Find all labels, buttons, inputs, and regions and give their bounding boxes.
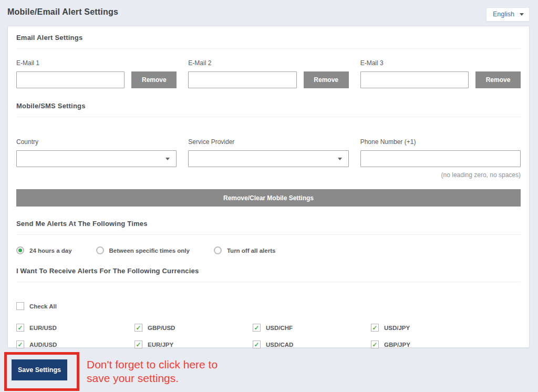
settings-panel: Email Alert Settings E-Mail 1 Remove E-M… [7, 26, 530, 348]
email-field-group-1: E-Mail 1 Remove [16, 59, 177, 88]
save-annotation-text: Don't forget to click here to save your … [87, 358, 218, 385]
checkbox-usd-cad[interactable]: USD/CAD [253, 341, 371, 348]
country-select[interactable] [16, 150, 177, 167]
email-field-group-2: E-Mail 2 Remove [188, 59, 348, 88]
checkbox-checked-icon [16, 341, 24, 348]
email-2-remove-button[interactable]: Remove [304, 71, 349, 88]
email-fields-row: E-Mail 1 Remove E-Mail 2 Remove E-Mail 3… [16, 59, 521, 88]
provider-field-group: Service Provider [188, 138, 348, 179]
chevron-down-icon [520, 13, 524, 16]
currencies-section-heading: I Want To Receive Alerts For The Followi… [16, 267, 521, 275]
save-settings-button[interactable]: Save Settings [12, 359, 67, 380]
country-field-group: Country [16, 138, 177, 179]
footer: Save Settings Don't forget to click here… [0, 348, 538, 391]
radio-turn-off-all-alerts[interactable]: Turn off all alerts [214, 246, 275, 254]
phone-number-hint: (no leading zero, no spaces) [360, 171, 521, 179]
page-header: Mobile/Email Alert Settings English [0, 0, 538, 26]
email-1-input[interactable] [16, 71, 125, 88]
remove-clear-mobile-settings-button[interactable]: Remove/Clear Mobile Settings [16, 189, 521, 207]
checkbox-checked-icon [253, 341, 261, 348]
checkbox-checked-icon [134, 341, 142, 348]
chevron-down-icon [338, 158, 342, 160]
checkbox-eur-jpy[interactable]: EUR/JPY [134, 341, 253, 348]
radio-unselected-icon [96, 246, 104, 254]
chevron-down-icon [165, 158, 170, 160]
email-2-label: E-Mail 2 [188, 59, 348, 67]
email-section-heading: Email Alert Settings [16, 34, 521, 42]
mobile-fields-row: Country Service Provider Phone Number (+… [16, 138, 521, 179]
language-selector-value: English [493, 11, 514, 18]
email-3-label: E-Mail 3 [360, 59, 521, 67]
service-provider-select[interactable] [188, 150, 348, 167]
save-highlight-annotation: Save Settings [4, 352, 79, 391]
checkbox-checked-icon [371, 341, 379, 348]
checkbox-usd-chf[interactable]: USD/CHF [253, 324, 371, 332]
divider [16, 234, 521, 235]
service-provider-label: Service Provider [188, 138, 348, 146]
divider [16, 117, 521, 117]
phone-field-group: Phone Number (+1) (no leading zero, no s… [360, 138, 521, 179]
radio-unselected-icon [214, 246, 222, 254]
checkbox-unchecked-icon [16, 302, 24, 310]
currency-grid: EUR/USD GBP/USD USD/CHF USD/JPY AUD/USD … [16, 324, 521, 348]
email-3-remove-button[interactable]: Remove [475, 71, 521, 88]
email-field-group-3: E-Mail 3 Remove [360, 59, 521, 88]
phone-number-label: Phone Number (+1) [360, 138, 521, 146]
radio-24-hours-a-day[interactable]: 24 hours a day [16, 246, 72, 254]
checkbox-checked-icon [16, 324, 24, 332]
language-selector[interactable]: English [486, 7, 530, 22]
checkbox-gbp-jpy[interactable]: GBP/JPY [371, 341, 489, 348]
alert-times-options: 24 hours a day Between specific times on… [16, 246, 521, 254]
check-all-checkbox[interactable]: Check All [16, 302, 521, 310]
radio-between-specific-times[interactable]: Between specific times only [96, 246, 190, 254]
checkbox-eur-usd[interactable]: EUR/USD [16, 324, 134, 332]
checkbox-gbp-usd[interactable]: GBP/USD [134, 324, 253, 332]
times-section-heading: Send Me Alerts At The Following Times [16, 220, 521, 228]
page-title: Mobile/Email Alert Settings [7, 7, 118, 17]
mobile-section-heading: Mobile/SMS Settings [16, 102, 521, 110]
checkbox-checked-icon [371, 324, 379, 332]
checkbox-checked-icon [134, 324, 142, 332]
divider [16, 48, 521, 49]
divider [16, 282, 521, 282]
checkbox-aud-usd[interactable]: AUD/USD [16, 341, 134, 348]
checkbox-checked-icon [253, 324, 261, 332]
email-1-label: E-Mail 1 [16, 59, 177, 67]
email-3-input[interactable] [360, 71, 469, 88]
phone-number-input[interactable] [360, 150, 521, 167]
radio-selected-icon [16, 246, 24, 254]
check-all-row: Check All [16, 302, 521, 310]
country-label: Country [16, 138, 177, 146]
email-2-input[interactable] [188, 71, 296, 88]
checkbox-usd-jpy[interactable]: USD/JPY [371, 324, 489, 332]
email-1-remove-button[interactable]: Remove [131, 71, 177, 88]
